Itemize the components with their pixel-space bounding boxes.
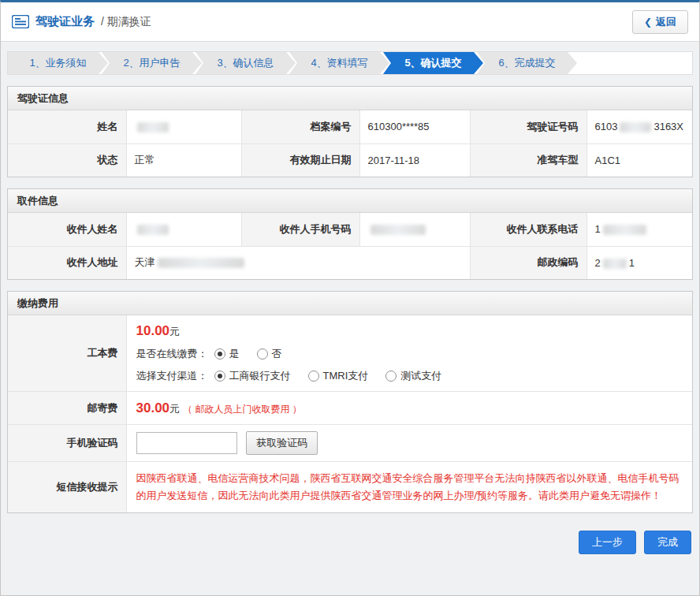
online-pay-radio-no[interactable] [257,348,268,359]
table-row: 短信接收提示 因陕西省联通、电信运营商技术问题，陕西省互联网交通安全综合服务管理… [8,462,692,513]
online-pay-option-yes-label: 是 [229,347,240,361]
wizard-steps: 1、业务须知 2、用户申告 3、确认信息 4、资料填写 5、确认提交 6、完成提… [7,51,693,75]
status-label: 状态 [8,143,126,177]
recipient-name-label: 收件人姓名 [8,213,126,246]
page-header: 驾驶证业务 / 期满换证 ❮ 返回 [1,2,699,42]
online-pay-radio-yes[interactable] [214,348,225,359]
address-prefix: 天津 [135,256,155,268]
get-captcha-button[interactable]: 获取验证码 [246,431,318,455]
channel-option-tmri[interactable]: TMRI支付 [308,369,369,383]
license-form-icon [12,15,29,28]
redacted-recipient-name [137,225,169,235]
postcode-label: 邮政编码 [470,246,586,279]
pickup-info-panel: 取件信息 收件人姓名 收件人手机号码 收件人联系电话 1 收件人地址 天津 邮政… [7,188,693,280]
redacted-recipient-mobile [370,225,426,235]
table-row: 收件人地址 天津 邮政编码 21 [8,246,692,279]
channel-option-icbc-label: 工商银行支付 [229,369,291,383]
online-pay-row: 是否在线缴费： 是 否 [136,347,683,361]
channel-radio-icbc[interactable] [214,371,225,382]
payment-title: 缴纳费用 [8,292,692,315]
channel-option-tmri-label: TMRI支付 [323,369,369,383]
address-value: 天津 [126,246,470,279]
redacted-postcode [603,259,627,269]
finish-button[interactable]: 完成 [644,531,691,554]
back-button-label: 返回 [656,15,676,29]
redacted-name [137,122,169,132]
recipient-name-value [126,213,241,246]
online-pay-option-no-label: 否 [272,347,282,361]
channel-option-test-label: 测试支付 [400,369,441,383]
channel-radio-tmri[interactable] [308,371,319,382]
sms-tip-label: 短信接收提示 [8,462,126,513]
page-subtitle: / 期满换证 [101,15,151,29]
work-fee-amount: 10.00 [136,323,170,338]
pay-channel-question: 选择支付渠道： [136,369,208,383]
recipient-tel-label: 收件人联系电话 [470,213,586,246]
table-row: 姓名 档案编号 610300****85 驾驶证号码 61033163X [8,110,692,143]
captcha-cell: 获取验证码 [126,425,692,462]
expiry-label: 有效期止日期 [241,143,359,177]
table-row: 收件人姓名 收件人手机号码 收件人联系电话 1 [8,213,692,246]
back-arrow-icon: ❮ [644,17,652,28]
pickup-info-title: 取件信息 [8,189,692,213]
step-1-tab[interactable]: 1、业务须知 [8,52,108,74]
redacted-license-no [620,122,651,132]
captcha-label: 手机验证码 [8,425,126,462]
postage-cell: 30.00元（ 邮政人员上门收取费用 ） [126,392,692,425]
postage-unit: 元 [169,403,180,415]
file-no-value: 610300****85 [359,110,470,143]
sms-tip-text: 因陕西省联通、电信运营商技术问题，陕西省互联网交通安全综合服务管理平台无法向持陕… [126,462,692,513]
step-3-tab[interactable]: 3、确认信息 [195,52,296,74]
license-info-panel: 驾驶证信息 姓名 档案编号 610300****85 驾驶证号码 6103316… [7,86,693,177]
back-button[interactable]: ❮ 返回 [632,10,688,34]
vehicle-type-value: A1C1 [586,143,692,177]
recipient-tel-value: 1 [586,213,692,246]
work-fee-unit: 元 [169,326,180,337]
payment-table: 工本费 10.00元 是否在线缴费： 是 否 选 [8,315,692,512]
step-6-tab[interactable]: 6、完成提交 [477,52,577,74]
payment-panel: 缴纳费用 工本费 10.00元 是否在线缴费： 是 否 [7,291,693,513]
recipient-tel-prefix: 1 [595,223,601,235]
previous-step-button[interactable]: 上一步 [579,531,636,554]
work-fee-label: 工本费 [8,315,126,392]
postcode-suffix: 1 [629,257,635,269]
name-value [126,110,241,143]
step-4-tab[interactable]: 4、资料填写 [289,52,389,74]
name-label: 姓名 [8,110,126,143]
postcode-prefix: 2 [595,257,601,269]
postcode-value: 21 [586,246,692,279]
license-info-title: 驾驶证信息 [8,87,692,110]
license-no-suffix: 3163X [653,121,683,132]
table-row: 手机验证码 获取验证码 [8,425,692,462]
recipient-mobile-value [359,213,470,246]
address-label: 收件人地址 [8,246,126,279]
postage-label: 邮寄费 [8,392,126,425]
online-pay-option-no[interactable]: 否 [257,347,282,361]
postage-amount: 30.00 [136,400,170,415]
license-no-label: 驾驶证号码 [470,110,586,143]
expiry-value: 2017-11-18 [359,143,470,177]
channel-option-icbc[interactable]: 工商银行支付 [214,369,291,383]
captcha-input[interactable] [136,432,237,454]
table-row: 状态 正常 有效期止日期 2017-11-18 准驾车型 A1C1 [8,143,692,177]
channel-radio-test[interactable] [385,371,397,382]
table-row: 工本费 10.00元 是否在线缴费： 是 否 选 [8,315,692,392]
license-info-table: 姓名 档案编号 610300****85 驾驶证号码 61033163X 状态 … [8,110,692,177]
online-pay-question: 是否在线缴费： [136,347,208,361]
vehicle-type-label: 准驾车型 [470,143,586,177]
page-title: 驾驶证业务 [35,14,95,29]
table-row: 邮寄费 30.00元（ 邮政人员上门收取费用 ） [8,392,692,425]
step-2-tab[interactable]: 2、用户申告 [102,52,202,74]
license-no-prefix: 6103 [595,121,618,132]
redacted-address [158,258,244,268]
license-no-value: 61033163X [586,110,692,143]
status-value: 正常 [126,143,241,177]
file-no-label: 档案编号 [241,110,359,143]
channel-option-test[interactable]: 测试支付 [385,369,441,383]
online-pay-option-yes[interactable]: 是 [214,347,240,361]
recipient-mobile-label: 收件人手机号码 [241,213,359,246]
step-5-tab-active[interactable]: 5、确认提交 [383,52,483,74]
redacted-recipient-tel [603,225,646,235]
work-fee-price: 10.00元 [136,323,683,339]
pickup-info-table: 收件人姓名 收件人手机号码 收件人联系电话 1 收件人地址 天津 邮政编码 21 [8,213,692,279]
